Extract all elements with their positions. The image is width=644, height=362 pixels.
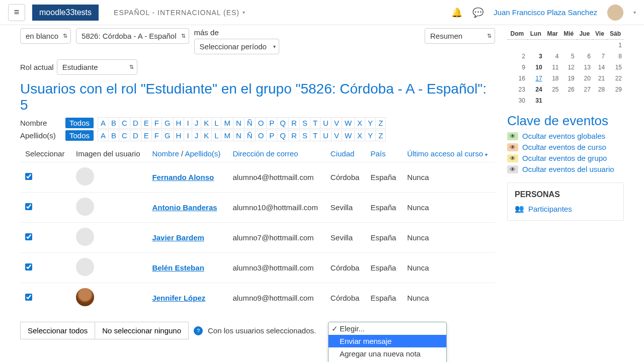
cal-day[interactable]: 10 [527, 62, 544, 73]
alpha-F[interactable]: F [152, 117, 162, 129]
alpha-B[interactable]: B [109, 130, 119, 141]
alpha-C[interactable]: C [119, 117, 130, 129]
cal-day[interactable]: 15 [607, 62, 624, 73]
participants-link[interactable]: 👥 Participantes [515, 204, 616, 213]
cal-day[interactable]: 24 [527, 84, 544, 95]
alpha-I[interactable]: I [184, 130, 192, 141]
user-name[interactable]: Juan Francisco Plaza Sanchez [494, 8, 597, 17]
th-city[interactable]: Ciudad [326, 145, 366, 162]
user-menu-caret[interactable]: ▾ [633, 10, 636, 15]
alpha-Z[interactable]: Z [376, 130, 386, 141]
cal-day[interactable]: 17 [527, 73, 544, 84]
dd-add-note-all[interactable]: Agregar nueva nota para todos [329, 360, 446, 362]
bell-icon[interactable]: 🔔 [451, 7, 462, 18]
period-select[interactable]: Seleccionar período [194, 39, 279, 54]
alpha-Ñ[interactable]: Ñ [245, 130, 256, 141]
cal-day[interactable]: 28 [593, 84, 607, 95]
alpha-V[interactable]: V [332, 130, 342, 141]
cal-day[interactable]: 20 [577, 73, 593, 84]
alpha-W[interactable]: W [342, 130, 355, 141]
alpha-O[interactable]: O [256, 117, 267, 129]
cal-day[interactable]: 8 [607, 51, 624, 62]
user-picture[interactable] [76, 288, 94, 306]
alpha-D[interactable]: D [130, 130, 141, 141]
alpha-Z[interactable]: Z [376, 117, 386, 129]
alpha-M[interactable]: M [221, 130, 233, 141]
alpha-B[interactable]: B [109, 117, 119, 129]
dd-add-note[interactable]: Agregar una nueva nota [329, 347, 446, 360]
summary-select[interactable]: Resumen [425, 28, 495, 44]
select-all-button[interactable]: Seleccionar todos [20, 322, 95, 339]
user-picture[interactable] [76, 258, 94, 276]
action-dropdown[interactable]: Elegir... Enviar mensaje Agregar una nue… [328, 322, 447, 362]
cal-day[interactable]: 21 [593, 73, 607, 84]
cal-day[interactable]: 12 [561, 62, 577, 73]
user-link[interactable]: Belén Esteban [152, 263, 204, 272]
cal-day[interactable]: 6 [577, 51, 593, 62]
alpha-U[interactable]: U [320, 117, 332, 129]
row-checkbox[interactable] [25, 173, 32, 180]
alpha-Y[interactable]: Y [365, 117, 376, 129]
th-name[interactable]: Nombre / Apellido(s) [147, 145, 227, 162]
row-checkbox[interactable] [25, 233, 32, 240]
alpha-Ñ[interactable]: Ñ [245, 117, 256, 129]
cal-day[interactable]: 7 [593, 51, 607, 62]
alpha-T[interactable]: T [310, 130, 320, 141]
alpha-J[interactable]: J [192, 117, 202, 129]
alpha-P[interactable]: P [267, 130, 277, 141]
help-icon[interactable]: ? [194, 326, 203, 335]
user-picture[interactable] [76, 198, 94, 216]
alpha-K[interactable]: K [201, 117, 212, 129]
row-checkbox[interactable] [25, 203, 32, 210]
cal-day[interactable]: 4 [544, 51, 561, 62]
blank-select[interactable]: en blanco [20, 28, 71, 44]
alpha-E[interactable]: E [141, 117, 152, 129]
alpha-L[interactable]: L [212, 130, 221, 141]
cal-day[interactable]: 14 [593, 62, 607, 73]
select-none-button[interactable]: No seleccionar ninguno [95, 322, 189, 339]
group-select[interactable]: 5826: Córdoba - A - Español [76, 28, 189, 44]
alpha-V[interactable]: V [332, 117, 342, 129]
cal-day[interactable]: 26 [561, 84, 577, 95]
cal-day[interactable]: 19 [561, 73, 577, 84]
cal-day[interactable]: 5 [561, 51, 577, 62]
alpha-J[interactable]: J [192, 130, 202, 141]
th-country[interactable]: País [365, 145, 402, 162]
message-icon[interactable]: 💬 [472, 7, 484, 18]
user-picture[interactable] [76, 228, 94, 246]
firstname-all[interactable]: Todos [65, 118, 94, 128]
user-link[interactable]: Javier Bardem [152, 233, 204, 242]
row-checkbox[interactable] [25, 294, 32, 301]
alpha-O[interactable]: O [256, 130, 267, 141]
alpha-P[interactable]: P [267, 117, 277, 129]
cal-day[interactable]: 30 [507, 95, 527, 106]
th-lastaccess[interactable]: Último acceso al curso ▾ [402, 145, 495, 162]
alpha-K[interactable]: K [201, 130, 212, 141]
alpha-X[interactable]: X [355, 117, 365, 129]
cal-day[interactable]: 18 [544, 73, 561, 84]
cal-day[interactable]: 11 [544, 62, 561, 73]
alpha-S[interactable]: S [300, 117, 310, 129]
alpha-R[interactable]: R [289, 117, 300, 129]
cal-day[interactable]: 25 [544, 84, 561, 95]
cal-day[interactable]: 22 [607, 73, 624, 84]
alpha-G[interactable]: G [162, 130, 174, 141]
cal-day[interactable]: 1 [607, 40, 624, 51]
lastname-all[interactable]: Todos [65, 130, 94, 141]
cal-day[interactable]: 23 [507, 84, 527, 95]
alpha-T[interactable]: T [310, 117, 320, 129]
alpha-A[interactable]: A [98, 117, 109, 129]
cal-day[interactable]: 2 [507, 51, 527, 62]
alpha-H[interactable]: H [174, 130, 185, 141]
dd-choose[interactable]: Elegir... [329, 322, 446, 335]
cal-day[interactable]: 29 [607, 84, 624, 95]
alpha-A[interactable]: A [98, 130, 109, 141]
legend-group[interactable]: 👁Ocultar eventos de grupo [507, 154, 624, 162]
cal-day[interactable]: 31 [527, 95, 544, 106]
alpha-N[interactable]: N [233, 117, 245, 129]
row-checkbox[interactable] [25, 263, 32, 270]
alpha-G[interactable]: G [162, 117, 174, 129]
alpha-F[interactable]: F [152, 130, 162, 141]
th-email[interactable]: Dirección de correo [227, 145, 325, 162]
alpha-L[interactable]: L [212, 117, 221, 129]
